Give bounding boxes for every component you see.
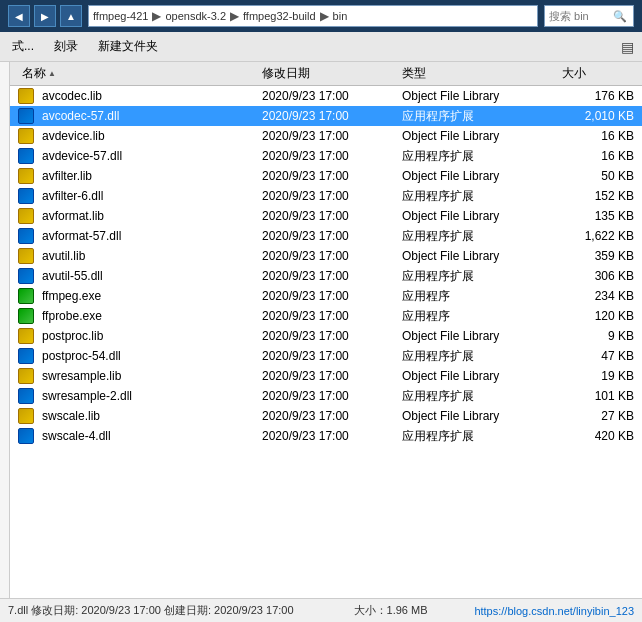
table-row[interactable]: swresample.lib 2020/9/23 17:00 Object Fi… [10, 366, 642, 386]
col-modified[interactable]: 修改日期 [258, 65, 398, 82]
table-row[interactable]: avdevice.lib 2020/9/23 17:00 Object File… [10, 126, 642, 146]
main-layout: 名称 ▲ 修改日期 类型 大小 avcodec.lib 2020/9/23 17… [0, 62, 642, 598]
table-row[interactable]: avdevice-57.dll 2020/9/23 17:00 应用程序扩展 1… [10, 146, 642, 166]
table-row[interactable]: avcodec-57.dll 2020/9/23 17:00 应用程序扩展 2,… [10, 106, 642, 126]
file-size: 135 KB [558, 209, 638, 223]
file-name: avcodec.lib [38, 89, 106, 103]
file-icon [18, 88, 34, 104]
file-modified: 2020/9/23 17:00 [258, 149, 398, 163]
file-icon [18, 128, 34, 144]
table-row[interactable]: swresample-2.dll 2020/9/23 17:00 应用程序扩展 … [10, 386, 642, 406]
breadcrumb[interactable]: ffmpeg-421 ▶ opensdk-3.2 ▶ ffmpeg32-buil… [88, 5, 538, 27]
file-size: 2,010 KB [558, 109, 638, 123]
file-size: 50 KB [558, 169, 638, 183]
table-row[interactable]: ffprobe.exe 2020/9/23 17:00 应用程序 120 KB [10, 306, 642, 326]
file-type: 应用程序扩展 [398, 148, 558, 165]
file-type: 应用程序扩展 [398, 348, 558, 365]
table-row[interactable]: postproc.lib 2020/9/23 17:00 Object File… [10, 326, 642, 346]
table-row[interactable]: avformat.lib 2020/9/23 17:00 Object File… [10, 206, 642, 226]
column-headers: 名称 ▲ 修改日期 类型 大小 [10, 62, 642, 86]
file-type: 应用程序扩展 [398, 388, 558, 405]
status-bar: 7.dll 修改日期: 2020/9/23 17:00 创建日期: 2020/9… [0, 598, 642, 622]
file-modified: 2020/9/23 17:00 [258, 289, 398, 303]
file-type: 应用程序扩展 [398, 228, 558, 245]
file-type: 应用程序 [398, 288, 558, 305]
up-button[interactable]: ▲ [60, 5, 82, 27]
back-button[interactable]: ◀ [8, 5, 30, 27]
table-row[interactable]: ffmpeg.exe 2020/9/23 17:00 应用程序 234 KB [10, 286, 642, 306]
table-row[interactable]: avformat-57.dll 2020/9/23 17:00 应用程序扩展 1… [10, 226, 642, 246]
file-icon [18, 308, 34, 324]
table-row[interactable]: avcodec.lib 2020/9/23 17:00 Object File … [10, 86, 642, 106]
file-icon [18, 268, 34, 284]
file-name: avformat-57.dll [38, 229, 125, 243]
file-modified: 2020/9/23 17:00 [258, 309, 398, 323]
file-name: swscale-4.dll [38, 429, 115, 443]
file-modified: 2020/9/23 17:00 [258, 249, 398, 263]
sidebar [0, 62, 10, 598]
toolbar: 式... 刻录 新建文件夹 ▤ [0, 32, 642, 62]
file-icon [18, 208, 34, 224]
col-size[interactable]: 大小 [558, 65, 638, 82]
file-type: Object File Library [398, 329, 558, 343]
file-modified: 2020/9/23 17:00 [258, 109, 398, 123]
breadcrumb-part2: opensdk-3.2 [165, 10, 226, 22]
col-type[interactable]: 类型 [398, 65, 558, 82]
file-name: avformat.lib [38, 209, 108, 223]
table-row[interactable]: swscale-4.dll 2020/9/23 17:00 应用程序扩展 420… [10, 426, 642, 446]
file-modified: 2020/9/23 17:00 [258, 369, 398, 383]
forward-button[interactable]: ▶ [34, 5, 56, 27]
table-row[interactable]: avutil.lib 2020/9/23 17:00 Object File L… [10, 246, 642, 266]
col-name[interactable]: 名称 ▲ [14, 65, 258, 82]
file-modified: 2020/9/23 17:00 [258, 89, 398, 103]
file-size: 1,622 KB [558, 229, 638, 243]
file-name: avdevice.lib [38, 129, 109, 143]
file-name: avdevice-57.dll [38, 149, 126, 163]
view-options-icon[interactable]: ▤ [621, 39, 634, 55]
file-type: 应用程序扩展 [398, 108, 558, 125]
file-size: 16 KB [558, 129, 638, 143]
file-type: Object File Library [398, 89, 558, 103]
status-size: 大小：1.96 MB [354, 603, 428, 618]
search-box[interactable]: 🔍 [544, 5, 634, 27]
file-modified: 2020/9/23 17:00 [258, 329, 398, 343]
file-modified: 2020/9/23 17:00 [258, 129, 398, 143]
table-row[interactable]: swscale.lib 2020/9/23 17:00 Object File … [10, 406, 642, 426]
file-type: 应用程序扩展 [398, 268, 558, 285]
file-icon [18, 168, 34, 184]
file-name: swscale.lib [38, 409, 104, 423]
file-type: Object File Library [398, 169, 558, 183]
title-bar: ◀ ▶ ▲ ffmpeg-421 ▶ opensdk-3.2 ▶ ffmpeg3… [0, 0, 642, 32]
burn-button[interactable]: 刻录 [50, 36, 82, 57]
breadcrumb-part3: ffmpeg32-build [243, 10, 316, 22]
file-size: 420 KB [558, 429, 638, 443]
table-row[interactable]: avfilter.lib 2020/9/23 17:00 Object File… [10, 166, 642, 186]
file-icon [18, 148, 34, 164]
file-size: 47 KB [558, 349, 638, 363]
file-size: 101 KB [558, 389, 638, 403]
file-size: 16 KB [558, 149, 638, 163]
file-icon [18, 388, 34, 404]
file-type: Object File Library [398, 409, 558, 423]
file-icon [18, 288, 34, 304]
file-size: 19 KB [558, 369, 638, 383]
breadcrumb-part4: bin [333, 10, 348, 22]
file-type: Object File Library [398, 209, 558, 223]
file-size: 152 KB [558, 189, 638, 203]
file-type: 应用程序扩展 [398, 188, 558, 205]
new-folder-button[interactable]: 新建文件夹 [94, 36, 162, 57]
csdn-link[interactable]: https://blog.csdn.net/linyibin_123 [474, 605, 634, 617]
file-modified: 2020/9/23 17:00 [258, 389, 398, 403]
file-name: ffmpeg.exe [38, 289, 105, 303]
table-row[interactable]: postproc-54.dll 2020/9/23 17:00 应用程序扩展 4… [10, 346, 642, 366]
search-input[interactable] [549, 10, 609, 22]
file-type: Object File Library [398, 369, 558, 383]
file-list-container: 名称 ▲ 修改日期 类型 大小 avcodec.lib 2020/9/23 17… [10, 62, 642, 598]
table-row[interactable]: avfilter-6.dll 2020/9/23 17:00 应用程序扩展 15… [10, 186, 642, 206]
file-size: 120 KB [558, 309, 638, 323]
table-row[interactable]: avutil-55.dll 2020/9/23 17:00 应用程序扩展 306… [10, 266, 642, 286]
file-name: avutil-55.dll [38, 269, 107, 283]
view-button[interactable]: 式... [8, 36, 38, 57]
file-size: 176 KB [558, 89, 638, 103]
breadcrumb-part1: ffmpeg-421 [93, 10, 148, 22]
